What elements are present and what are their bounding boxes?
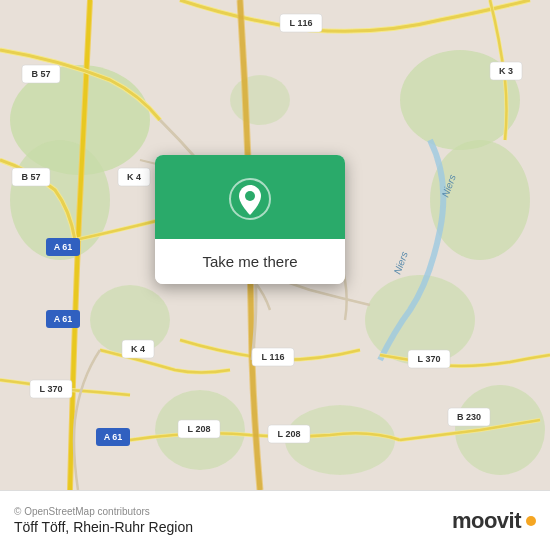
svg-text:L 370: L 370 [40,384,63,394]
bottom-bar: © OpenStreetMap contributors Töff Töff, … [0,490,550,550]
popup-header [155,155,345,239]
svg-text:K 4: K 4 [131,344,145,354]
take-me-there-button[interactable]: Take me there [155,239,345,284]
moovit-dot [526,516,536,526]
map-container: L 116 B 57 K 3 B 57 K 4 A 61 Niers Niers… [0,0,550,490]
moovit-text: moovit [452,508,521,534]
svg-text:K 3: K 3 [499,66,513,76]
location-popup: Take me there [155,155,345,284]
location-pin-icon [228,177,272,221]
svg-text:L 116: L 116 [290,18,313,28]
svg-text:L 208: L 208 [278,429,301,439]
svg-text:A 61: A 61 [104,432,123,442]
svg-text:B 57: B 57 [31,69,50,79]
location-name: Töff Töff, Rhein-Ruhr Region [14,519,193,535]
svg-text:L 370: L 370 [418,354,441,364]
svg-text:A 61: A 61 [54,314,73,324]
svg-text:A 61: A 61 [54,242,73,252]
map-attribution: © OpenStreetMap contributors [14,506,193,517]
svg-text:K 4: K 4 [127,172,141,182]
svg-text:L 116: L 116 [262,352,285,362]
svg-text:B 230: B 230 [457,412,481,422]
bottom-left: © OpenStreetMap contributors Töff Töff, … [14,506,193,535]
moovit-logo: moovit [452,508,536,534]
svg-text:B 57: B 57 [21,172,40,182]
svg-text:L 208: L 208 [188,424,211,434]
svg-point-44 [245,191,255,201]
svg-point-10 [230,75,290,125]
